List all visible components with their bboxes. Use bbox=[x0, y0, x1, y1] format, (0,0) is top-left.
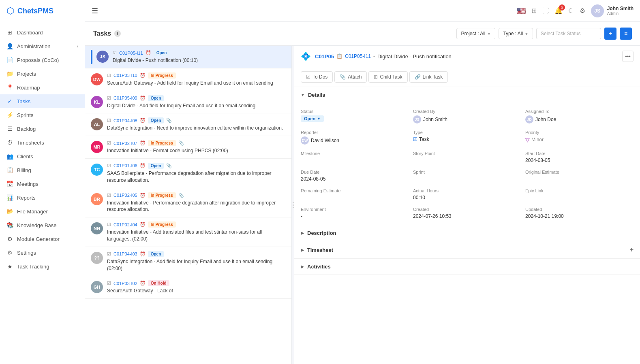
sidebar-item-task-tracking[interactable]: ★ Task Tracking bbox=[0, 260, 85, 273]
task-code: C01P02-I07 bbox=[113, 141, 137, 146]
app-logo: ⬡ ChetsPMS bbox=[0, 0, 85, 22]
sidebar-item-clients[interactable]: 👥 Clients bbox=[0, 149, 85, 163]
milestone-field: Milestone bbox=[301, 151, 409, 163]
task-code: C01P03-I02 bbox=[113, 281, 137, 286]
timesheet-add-button[interactable]: + bbox=[630, 246, 634, 253]
language-flag[interactable]: 🇺🇸 bbox=[517, 6, 526, 15]
detail-project-code[interactable]: C01P05 bbox=[315, 53, 334, 60]
fullscreen-icon[interactable]: ⛶ bbox=[542, 7, 549, 15]
task-list-item[interactable]: KL ☑ C01P05-I09 ⏰ Open Digital Divide - … bbox=[85, 91, 291, 114]
tab-child-task[interactable]: ⊞ Child Task bbox=[368, 71, 407, 83]
details-toggle[interactable]: ▼ Details bbox=[294, 87, 640, 103]
sidebar-item-administration[interactable]: 👤 Administration › bbox=[0, 39, 85, 53]
task-item-title: Innovation Initiative - Format code usin… bbox=[107, 147, 286, 154]
created-label: Created bbox=[413, 207, 521, 212]
sidebar-item-billing[interactable]: 📋 Billing bbox=[0, 163, 85, 177]
sidebar-nav: ⊞ Dashboard 👤 Administration › 📄 Proposa… bbox=[0, 22, 85, 364]
reporter-avatar: DW bbox=[301, 136, 309, 145]
hamburger-icon[interactable]: ☰ bbox=[92, 6, 98, 15]
due-date-value: 2024-08-05 bbox=[301, 176, 409, 182]
task-item-header: ☑ C01P02-I07 ⏰ In Progress 📎 bbox=[107, 140, 286, 146]
sidebar-item-roadmap[interactable]: 📍 Roadmap bbox=[0, 81, 85, 94]
tab-link-task[interactable]: 🔗 Link Task bbox=[409, 71, 448, 83]
tab-label-attach: Attach bbox=[348, 74, 362, 80]
clock-icon: ⏰ bbox=[140, 118, 146, 123]
selected-indicator bbox=[91, 50, 92, 64]
epic-link-field: Epic Link bbox=[525, 188, 634, 200]
status-badge[interactable]: Open ▼ bbox=[301, 115, 324, 122]
task-list-item[interactable]: MR ☑ C01P02-I07 ⏰ In Progress 📎 Innovati… bbox=[85, 136, 291, 159]
project-filter[interactable]: Project : All ▼ bbox=[456, 28, 495, 39]
sidebar-item-meetings[interactable]: 📅 Meetings bbox=[0, 177, 85, 191]
created-by-avatar: JS bbox=[413, 115, 421, 123]
task-list-item[interactable]: JS ☑ C01P05-I11 ⏰ Open Digital Divide - … bbox=[85, 46, 291, 68]
task-code: C01P05-I09 bbox=[113, 96, 137, 100]
task-type-icon: ☑ bbox=[107, 118, 111, 123]
task-list-item[interactable]: GH ☑ C01P03-I02 ⏰ On Hold SecureAuth Gat… bbox=[85, 276, 291, 299]
task-list-item[interactable]: TC ☑ C01P01-I06 ⏰ Open 📎 SAAS Boilerplat… bbox=[85, 159, 291, 188]
logo-text: ChetsPMS bbox=[17, 7, 54, 15]
tab-attach[interactable]: 📎 Attach bbox=[334, 71, 367, 83]
sidebar-item-reports[interactable]: 📊 Reports bbox=[0, 191, 85, 204]
sidebar-item-dashboard[interactable]: ⊞ Dashboard bbox=[0, 26, 85, 39]
sidebar-item-sprints[interactable]: ⚡ Sprints bbox=[0, 108, 85, 122]
sidebar: ⬡ ChetsPMS ⊞ Dashboard 👤 Administration … bbox=[0, 0, 85, 364]
detail-more-button[interactable]: ••• bbox=[622, 51, 634, 62]
sidebar-item-settings[interactable]: ⚙ Settings bbox=[0, 246, 85, 260]
description-toggle-icon: ▶ bbox=[301, 231, 304, 235]
details-section-label: Details bbox=[308, 92, 325, 98]
task-status-badge: In Progress bbox=[148, 72, 176, 79]
description-toggle[interactable]: ▶ Description bbox=[294, 225, 640, 241]
task-item-content: ☑ C01P02-I05 ⏰ In Progress 📎 Innovation … bbox=[107, 192, 286, 213]
tab-todos[interactable]: ☑ To Dos bbox=[301, 71, 333, 83]
status-dropdown-arrow: ▼ bbox=[317, 117, 321, 121]
task-item-title: Digital Divide - Add field for Inquiry E… bbox=[107, 102, 286, 109]
task-avatar: TC bbox=[91, 164, 103, 176]
sidebar-item-backlog[interactable]: ☰ Backlog bbox=[0, 122, 85, 136]
task-list-item[interactable]: ?? ☑ C01P04-I03 ⏰ Open DataSync Integrat… bbox=[85, 247, 291, 277]
type-filter[interactable]: Type : All ▼ bbox=[499, 28, 533, 39]
sidebar-item-file-manager[interactable]: 📂 File Manager bbox=[0, 204, 85, 218]
knowledge-base-icon: 📚 bbox=[6, 222, 13, 228]
attachment-icon: 📎 bbox=[166, 163, 172, 168]
user-profile[interactable]: JS John Smith Admin bbox=[591, 4, 634, 17]
sidebar-item-timesheets[interactable]: ⏱ Timesheets bbox=[0, 136, 85, 149]
actual-hours-label: Actual Hours bbox=[413, 188, 521, 193]
detail-project-icon: 💠 bbox=[301, 51, 311, 61]
sidebar-item-projects[interactable]: 📁 Projects bbox=[0, 67, 85, 81]
tab-label-link-task: Link Task bbox=[423, 74, 443, 80]
original-estimate-label: Original Estimate bbox=[525, 170, 634, 175]
timesheet-label: Timesheet bbox=[307, 247, 333, 253]
activities-toggle[interactable]: ▶ Activities bbox=[294, 259, 640, 275]
reports-icon: 📊 bbox=[6, 194, 13, 201]
attachment-icon: 📎 bbox=[178, 193, 184, 198]
dark-mode-icon[interactable]: ☾ bbox=[568, 7, 574, 15]
attachment-icon: 📎 bbox=[166, 118, 172, 123]
sidebar-item-knowledge-base[interactable]: 📚 Knowledge Base bbox=[0, 218, 85, 232]
info-icon[interactable]: ℹ bbox=[114, 30, 121, 37]
sidebar-item-module-generator[interactable]: ⚙ Module Generator bbox=[0, 232, 85, 246]
task-item-content: ☑ C01P02-I07 ⏰ In Progress 📎 Innovation … bbox=[107, 140, 286, 154]
sidebar-item-tasks[interactable]: ✓ Tasks bbox=[0, 94, 85, 108]
add-task-button[interactable]: + bbox=[604, 28, 616, 40]
notification-icon[interactable]: 🔔 0 bbox=[554, 7, 563, 15]
task-item-header: ☑ C01P04-I08 ⏰ Open 📎 bbox=[107, 117, 286, 123]
detail-task-code[interactable]: C01P05-I11 bbox=[345, 53, 371, 59]
task-list-item[interactable]: DW ☑ C01P03-I10 ⏰ In Progress SecureAuth… bbox=[85, 68, 291, 91]
tab-icon-attach: 📎 bbox=[340, 74, 346, 80]
task-list-item[interactable]: BR ☑ C01P02-I05 ⏰ In Progress 📎 Innovati… bbox=[85, 188, 291, 218]
settings-icon[interactable]: ⚙ bbox=[580, 7, 585, 15]
task-item-content: ☑ C01P03-I10 ⏰ In Progress SecureAuth Ga… bbox=[107, 72, 286, 87]
task-type-icon: ☑ bbox=[413, 136, 417, 142]
status-search[interactable]: Select Task Status bbox=[536, 28, 601, 39]
module-generator-icon: ⚙ bbox=[6, 236, 13, 242]
status-label: Status bbox=[301, 109, 409, 114]
timesheet-toggle[interactable]: ▶ Timesheet + bbox=[294, 241, 640, 259]
grid-icon[interactable]: ⊞ bbox=[531, 7, 537, 15]
task-list-item[interactable]: AL ☑ C01P04-I08 ⏰ Open 📎 DataSync Integr… bbox=[85, 113, 291, 136]
task-list-item[interactable]: NN ☑ C01P02-I04 ⏰ In Progress Innovation… bbox=[85, 217, 291, 247]
task-status-badge: Open bbox=[148, 251, 164, 257]
list-view-button[interactable]: ≡ bbox=[620, 28, 632, 40]
sidebar-label-roadmap: Roadmap bbox=[17, 85, 40, 91]
sidebar-item-proposals[interactable]: 📄 Proposals (CoCo) bbox=[0, 53, 85, 67]
